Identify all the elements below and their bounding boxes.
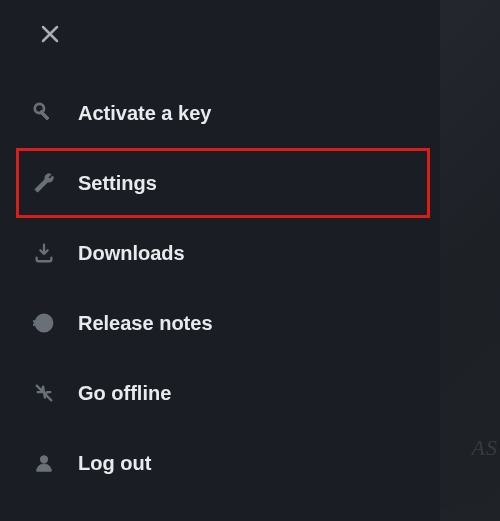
offline-icon [28,382,60,404]
svg-point-6 [40,456,47,463]
menu-item-release-notes[interactable]: Release notes [0,288,440,358]
download-icon [28,242,60,264]
menu-item-log-out[interactable]: Log out [0,428,440,498]
menu-item-label: Release notes [78,312,213,335]
menu-item-label: Go offline [78,382,171,405]
close-icon [40,24,60,48]
menu-item-settings[interactable]: Settings [0,148,440,218]
menu-item-go-offline[interactable]: Go offline [0,358,440,428]
user-icon [28,452,60,474]
menu-list: Activate a key Settings Downloads [0,78,440,521]
background-game-title: AS [472,435,498,461]
menu-item-label: Log out [78,452,151,475]
menu-item-label: Settings [78,172,157,195]
menu-item-quit[interactable]: Quit [0,498,440,521]
background-art: AS [440,0,500,521]
wrench-icon [28,172,60,194]
key-icon [28,102,60,124]
menu-item-label: Downloads [78,242,185,265]
history-icon [28,312,60,334]
hamburger-menu-panel: Activate a key Settings Downloads [0,0,440,521]
menu-item-label: Activate a key [78,102,211,125]
close-button[interactable] [32,18,68,54]
menu-item-downloads[interactable]: Downloads [0,218,440,288]
menu-item-activate-key[interactable]: Activate a key [0,78,440,148]
